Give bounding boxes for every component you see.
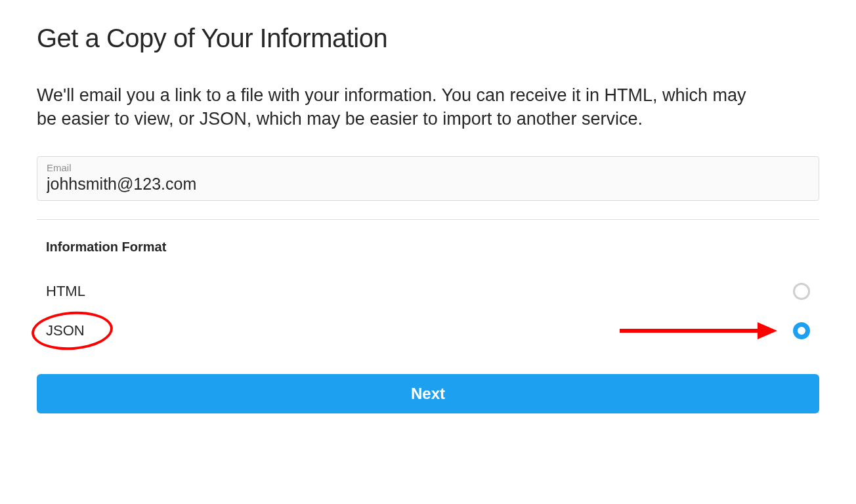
- email-input[interactable]: [47, 175, 809, 194]
- page-description: We'll email you a link to a file with yo…: [37, 83, 759, 131]
- section-divider: [37, 219, 819, 220]
- format-heading: Information Format: [46, 240, 819, 255]
- format-option-json[interactable]: JSON: [37, 311, 819, 350]
- format-option-html[interactable]: HTML: [37, 272, 819, 311]
- email-field[interactable]: Email: [37, 156, 819, 201]
- page-title: Get a Copy of Your Information: [37, 24, 819, 53]
- radio-unselected-icon[interactable]: [793, 283, 810, 300]
- format-section: Information Format HTML JSON: [37, 240, 819, 350]
- format-option-label: JSON: [46, 322, 85, 339]
- radio-selected-icon[interactable]: [793, 322, 810, 339]
- annotation-arrow-icon: [620, 321, 777, 341]
- email-label: Email: [47, 162, 809, 173]
- svg-marker-1: [758, 322, 777, 339]
- next-button[interactable]: Next: [37, 374, 819, 413]
- format-option-label: HTML: [46, 283, 85, 300]
